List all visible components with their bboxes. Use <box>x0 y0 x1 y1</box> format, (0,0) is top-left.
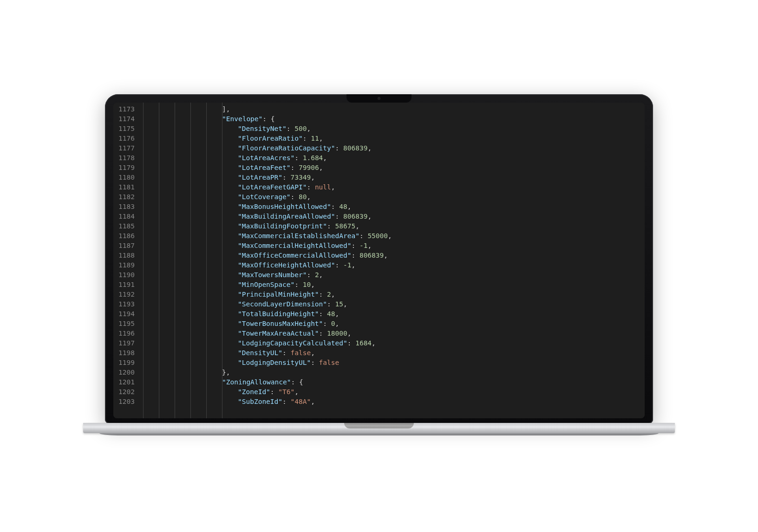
code-line[interactable]: "MaxBuildingAreaAllowed": 806839, <box>138 212 645 221</box>
code-line[interactable]: "ZoningAllowance": { <box>138 377 645 387</box>
code-line[interactable]: "PrincipalMinHeight": 2, <box>138 290 645 299</box>
line-number: 1203 <box>115 397 135 407</box>
token-key: "MaxBuildingFootprint" <box>238 222 327 230</box>
token-punct: : <box>327 300 335 308</box>
token-punct: , <box>311 398 315 405</box>
code-line[interactable]: "LotAreaFeet": 79906, <box>138 163 645 173</box>
token-punct: , <box>347 330 352 337</box>
line-number: 1179 <box>115 163 135 173</box>
line-number: 1183 <box>115 202 135 212</box>
token-number: 15 <box>335 300 343 308</box>
code-line[interactable]: "TowerMaxAreaActual": 18000, <box>138 329 645 338</box>
code-line[interactable]: "SubZoneId": "48A", <box>138 397 645 407</box>
token-brace: ], <box>222 105 230 113</box>
token-key: "Envelope" <box>222 115 262 123</box>
code-line[interactable]: "MaxOfficeHeightAllowed": -1, <box>138 260 645 270</box>
code-line[interactable]: "DensityUL": false, <box>138 348 645 358</box>
code-line[interactable]: "ZoneId": "T6", <box>138 387 645 397</box>
line-number: 1185 <box>115 221 135 231</box>
token-number: -1 <box>359 242 367 249</box>
token-punct: , <box>307 125 311 132</box>
code-line[interactable]: "LotAreaPR": 73349, <box>138 173 645 182</box>
code-line[interactable]: "MaxCommercialHeightAllowed": -1, <box>138 241 645 251</box>
token-key: "DensityUL" <box>238 349 282 357</box>
line-number: 1196 <box>115 329 135 338</box>
code-line[interactable]: "LodgingCapacityCalculated": 1684, <box>138 338 645 348</box>
token-key: "DensityNet" <box>238 125 287 132</box>
token-punct: , <box>335 320 340 327</box>
code-line[interactable]: ], <box>138 104 645 114</box>
token-punct: : <box>282 398 290 405</box>
token-punct: , <box>319 271 323 279</box>
token-bool: false <box>319 359 340 366</box>
token-punct: : <box>335 261 343 269</box>
token-bool: false <box>291 349 311 357</box>
code-line[interactable]: "LodgingDensityUL": false <box>138 358 645 368</box>
token-key: "LotAreaAcres" <box>238 154 294 162</box>
token-key: "ZoneId" <box>238 388 270 396</box>
token-key: "ZoningAllowance" <box>222 378 291 386</box>
laptop-device-frame: 1173117411751176117711781179118011811182… <box>105 94 653 438</box>
code-line[interactable]: "LotAreaFeetGAPI": null, <box>138 182 645 192</box>
token-punct: : <box>327 222 335 230</box>
line-number: 1193 <box>115 299 135 309</box>
token-key: "SubZoneId" <box>238 398 282 405</box>
code-line[interactable]: "Envelope": { <box>138 114 645 124</box>
token-key: "MaxBonusHeightAllowed" <box>238 203 331 210</box>
token-number: 10 <box>303 281 311 288</box>
token-punct: , <box>367 213 372 220</box>
code-line[interactable]: "MaxTowersNumber": 2, <box>138 270 645 280</box>
code-line[interactable]: "MaxOfficeCommercialAllowed": 806839, <box>138 251 645 260</box>
line-number: 1174 <box>115 114 135 124</box>
line-number: 1192 <box>115 290 135 299</box>
code-line[interactable]: "LotCoverage": 80, <box>138 192 645 202</box>
token-punct: : <box>303 135 311 142</box>
token-punct: , <box>367 144 372 152</box>
token-string: "T6" <box>278 388 294 396</box>
token-key: "TowerBonusMaxHeight" <box>238 320 323 327</box>
token-key: "MaxOfficeCommercialAllowed" <box>238 252 351 259</box>
laptop-foot <box>99 433 659 435</box>
token-key: "FloorAreaRatioCapacity" <box>238 144 335 152</box>
token-key: "FloorAreaRatio" <box>238 135 303 142</box>
token-punct: , <box>367 242 372 249</box>
token-brace: { <box>271 115 275 123</box>
code-line[interactable]: }, <box>138 368 645 377</box>
code-line[interactable]: "DensityNet": 500, <box>138 124 645 134</box>
token-key: "SecondLayerDimension" <box>238 300 327 308</box>
line-number: 1198 <box>115 348 135 358</box>
token-key: "MaxBuildingAreaAllowed" <box>238 213 335 220</box>
code-line[interactable]: "MinOpenSpace": 10, <box>138 280 645 290</box>
line-number-gutter: 1173117411751176117711781179118011811182… <box>113 103 138 418</box>
code-line[interactable]: "SecondLayerDimension": 15, <box>138 299 645 309</box>
code-line[interactable]: "TotalBuidingHeight": 48, <box>138 309 645 319</box>
code-line[interactable]: "LotAreaAcres": 1.684, <box>138 153 645 163</box>
token-punct: : <box>307 271 314 279</box>
token-punct: : <box>351 252 359 259</box>
token-number: 11 <box>311 135 319 142</box>
code-content-area[interactable]: ],"Envelope": {"DensityNet": 500,"FloorA… <box>138 103 645 418</box>
line-number: 1178 <box>115 153 135 163</box>
code-editor[interactable]: 1173117411751176117711781179118011811182… <box>113 103 645 418</box>
token-punct: , <box>384 252 388 259</box>
line-number: 1181 <box>115 182 135 192</box>
token-number: 1.684 <box>303 154 323 162</box>
token-key: "TowerMaxAreaActual" <box>238 330 319 337</box>
code-line[interactable]: "TowerBonusMaxHeight": 0, <box>138 319 645 329</box>
line-number: 1175 <box>115 124 135 134</box>
token-punct: , <box>294 388 299 396</box>
token-key: "LodgingCapacityCalculated" <box>238 339 347 347</box>
code-line[interactable]: "FloorAreaRatio": 11, <box>138 134 645 143</box>
token-string: "48A" <box>291 398 311 405</box>
token-punct: , <box>343 300 347 308</box>
line-number: 1176 <box>115 134 135 143</box>
line-number: 1180 <box>115 173 135 182</box>
code-line[interactable]: "MaxBuildingFootprint": 58675, <box>138 221 645 231</box>
code-line[interactable]: "FloorAreaRatioCapacity": 806839, <box>138 143 645 153</box>
code-line[interactable]: "MaxBonusHeightAllowed": 48, <box>138 202 645 212</box>
code-line[interactable]: "MaxCommercialEstablishedArea": 55000, <box>138 231 645 241</box>
token-punct: : <box>331 203 339 210</box>
token-key: "MaxTowersNumber" <box>238 271 307 279</box>
token-key: "PrincipalMinHeight" <box>238 291 319 298</box>
token-punct: , <box>335 310 340 318</box>
